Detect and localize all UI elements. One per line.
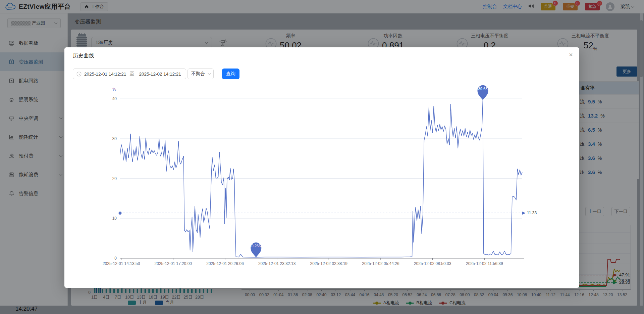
svg-text:2025-12-02 05:44:26: 2025-12-02 05:44:26	[362, 261, 399, 266]
svg-text:40: 40	[112, 96, 117, 101]
modal-title: 历史曲线	[73, 52, 94, 59]
svg-text:2025-12-02 11:56:39: 2025-12-02 11:56:39	[466, 261, 503, 266]
svg-text:2025-12-02 02:38:19: 2025-12-02 02:38:19	[310, 261, 348, 266]
chevron-down-icon	[208, 72, 211, 75]
svg-text:2025-12-01 14:13:53: 2025-12-01 14:13:53	[103, 261, 140, 266]
range-separator: 至	[128, 71, 137, 77]
aggregate-select[interactable]: 不聚合	[187, 69, 214, 79]
close-icon[interactable]: ×	[566, 50, 576, 59]
svg-text:30: 30	[112, 136, 117, 141]
aggregate-select-value: 不聚合	[191, 71, 205, 77]
date-to-input[interactable]: 2025-12-02 14:12:21	[139, 72, 183, 77]
svg-text:2025-12-01 20:26:06: 2025-12-01 20:26:06	[206, 261, 244, 266]
svg-text:2025-12-02 08:50:33: 2025-12-02 08:50:33	[414, 261, 451, 266]
svg-text:20: 20	[112, 176, 117, 181]
svg-text:2025-12-01 17:20:00: 2025-12-01 17:20:00	[155, 261, 192, 266]
svg-text:39.68: 39.68	[478, 87, 488, 91]
app-screen: EZt EZtView应用平台 工作台 控制台 文档中心 普通0重要0紧急0 梁…	[0, 0, 644, 314]
date-range-picker[interactable]: 2025-12-01 14:12:21 至 2025-12-02 14:12:2…	[73, 69, 186, 79]
history-curve-modal: 历史曲线 × 2025-12-01 14:12:21 至 2025-12-02 …	[64, 47, 579, 288]
svg-text:0: 0	[114, 256, 117, 261]
svg-text:2025-12-01 23:32:13: 2025-12-01 23:32:13	[258, 261, 296, 266]
query-button[interactable]: 查询	[222, 69, 239, 79]
history-curve-chart: 010203040%2025-12-01 14:13:532025-12-01 …	[64, 47, 579, 288]
date-from-input[interactable]: 2025-12-01 14:12:21	[84, 72, 128, 77]
svg-text:%: %	[112, 87, 116, 92]
svg-text:11.33: 11.33	[527, 211, 537, 215]
clock-icon	[76, 72, 82, 77]
svg-text:10: 10	[112, 216, 117, 221]
svg-text:0.256: 0.256	[251, 244, 261, 248]
